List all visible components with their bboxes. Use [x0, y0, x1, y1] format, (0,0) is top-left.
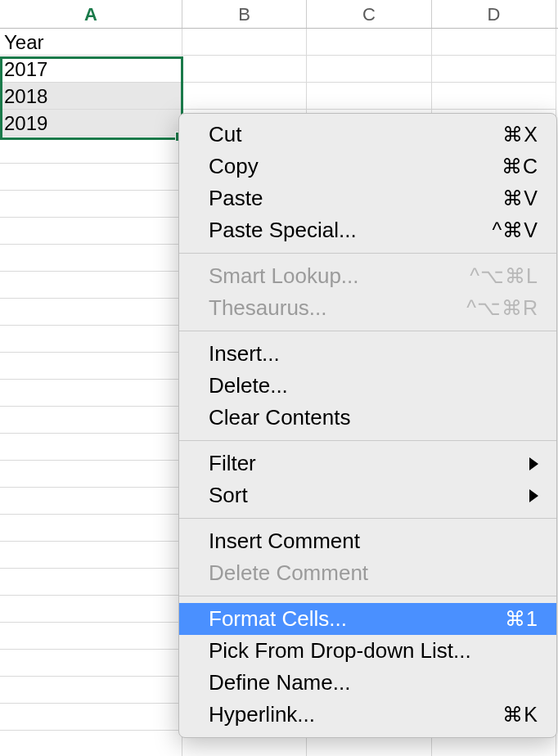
- menu-thesaurus: Thesaurus... ^⌥⌘R: [179, 292, 556, 324]
- menu-cut[interactable]: Cut ⌘X: [179, 119, 556, 151]
- menu-delete-label: Delete...: [209, 373, 288, 398]
- cell-d2[interactable]: [432, 56, 556, 83]
- chevron-right-icon: [529, 457, 538, 470]
- menu-cut-shortcut: ⌘X: [502, 123, 538, 146]
- menu-filter[interactable]: Filter: [179, 448, 556, 479]
- menu-sort[interactable]: Sort: [179, 479, 556, 511]
- menu-hyperlink-label: Hyperlink...: [209, 702, 315, 727]
- menu-separator: [179, 440, 556, 441]
- cell-a2[interactable]: 2017: [0, 56, 182, 83]
- menu-format-cells[interactable]: Format Cells... ⌘1: [179, 603, 556, 635]
- menu-pick-list-label: Pick From Drop-down List...: [209, 638, 471, 664]
- menu-define-name-label: Define Name...: [209, 670, 350, 695]
- cell-empty[interactable]: [0, 731, 182, 756]
- cell-c1[interactable]: [307, 29, 432, 56]
- row-2: 2017: [0, 56, 558, 83]
- cell-empty[interactable]: [0, 218, 182, 245]
- cell-empty[interactable]: [0, 326, 182, 353]
- menu-paste-special-shortcut: ^⌘V: [493, 218, 538, 242]
- menu-filter-label: Filter: [209, 451, 256, 476]
- cell-empty[interactable]: [0, 380, 182, 407]
- cell-empty[interactable]: [0, 245, 182, 272]
- cell-empty[interactable]: [0, 353, 182, 380]
- cell-a1[interactable]: Year: [0, 29, 182, 56]
- menu-paste-special-label: Paste Special...: [209, 218, 357, 243]
- column-header-b[interactable]: B: [182, 0, 307, 28]
- cell-a3[interactable]: 2018: [0, 83, 182, 110]
- cell-empty[interactable]: [0, 137, 182, 164]
- menu-thesaurus-label: Thesaurus...: [209, 295, 327, 321]
- menu-format-cells-shortcut: ⌘1: [505, 607, 538, 631]
- menu-delete-comment-label: Delete Comment: [209, 560, 368, 586]
- column-header-a[interactable]: A: [0, 0, 182, 28]
- context-menu: Cut ⌘X Copy ⌘C Paste ⌘V Paste Special...…: [178, 113, 557, 738]
- menu-paste[interactable]: Paste ⌘V: [179, 182, 556, 214]
- menu-clear-contents[interactable]: Clear Contents: [179, 402, 556, 434]
- menu-pick-list[interactable]: Pick From Drop-down List...: [179, 635, 556, 667]
- chevron-right-icon: [529, 489, 538, 502]
- cell-b2[interactable]: [182, 56, 307, 83]
- cell-c3[interactable]: [307, 83, 432, 110]
- cell-empty[interactable]: [0, 461, 182, 488]
- menu-insert[interactable]: Insert...: [179, 338, 556, 370]
- cell-empty[interactable]: [0, 299, 182, 326]
- cell-empty[interactable]: [0, 164, 182, 191]
- menu-smart-lookup: Smart Lookup... ^⌥⌘L: [179, 260, 556, 292]
- menu-delete[interactable]: Delete...: [179, 370, 556, 402]
- menu-sort-label: Sort: [209, 483, 248, 508]
- menu-separator: [179, 596, 556, 596]
- menu-copy[interactable]: Copy ⌘C: [179, 151, 556, 182]
- cell-empty[interactable]: [0, 650, 182, 677]
- cell-empty[interactable]: [0, 569, 182, 596]
- menu-thesaurus-shortcut: ^⌥⌘R: [466, 296, 538, 320]
- cell-empty[interactable]: [0, 515, 182, 542]
- cell-empty[interactable]: [0, 407, 182, 434]
- cell-empty[interactable]: [0, 434, 182, 461]
- menu-copy-label: Copy: [209, 154, 259, 179]
- row-3: 2018: [0, 83, 558, 110]
- menu-delete-comment: Delete Comment: [179, 557, 556, 589]
- cell-empty[interactable]: [0, 704, 182, 731]
- column-header-row: A B C D: [0, 0, 558, 29]
- menu-separator: [179, 518, 556, 519]
- row-1: Year: [0, 29, 558, 56]
- cell-empty[interactable]: [0, 542, 182, 569]
- cell-c2[interactable]: [307, 56, 432, 83]
- menu-clear-contents-label: Clear Contents: [209, 405, 350, 430]
- menu-insert-label: Insert...: [209, 341, 280, 367]
- column-header-d[interactable]: D: [432, 0, 556, 28]
- cell-empty[interactable]: [0, 677, 182, 704]
- menu-separator: [179, 331, 556, 331]
- cell-empty[interactable]: [0, 623, 182, 650]
- cell-empty[interactable]: [0, 191, 182, 218]
- menu-define-name[interactable]: Define Name...: [179, 667, 556, 699]
- cell-d1[interactable]: [432, 29, 556, 56]
- menu-smart-lookup-shortcut: ^⌥⌘L: [470, 264, 538, 288]
- menu-insert-comment[interactable]: Insert Comment: [179, 525, 556, 557]
- cell-b3[interactable]: [182, 83, 307, 110]
- cell-b1[interactable]: [182, 29, 307, 56]
- menu-format-cells-label: Format Cells...: [209, 606, 347, 632]
- cell-empty[interactable]: [0, 596, 182, 623]
- menu-hyperlink[interactable]: Hyperlink... ⌘K: [179, 699, 556, 731]
- cell-empty[interactable]: [0, 272, 182, 299]
- cell-empty[interactable]: [0, 488, 182, 515]
- menu-hyperlink-shortcut: ⌘K: [502, 703, 538, 727]
- menu-separator: [179, 253, 556, 254]
- column-header-c[interactable]: C: [307, 0, 432, 28]
- menu-copy-shortcut: ⌘C: [502, 155, 538, 178]
- menu-insert-comment-label: Insert Comment: [209, 529, 360, 554]
- cell-a4[interactable]: 2019: [0, 110, 182, 137]
- menu-paste-special[interactable]: Paste Special... ^⌘V: [179, 214, 556, 246]
- cell-d3[interactable]: [432, 83, 556, 110]
- menu-smart-lookup-label: Smart Lookup...: [209, 263, 359, 289]
- menu-paste-shortcut: ⌘V: [502, 187, 538, 210]
- menu-paste-label: Paste: [209, 186, 263, 211]
- menu-cut-label: Cut: [209, 122, 241, 147]
